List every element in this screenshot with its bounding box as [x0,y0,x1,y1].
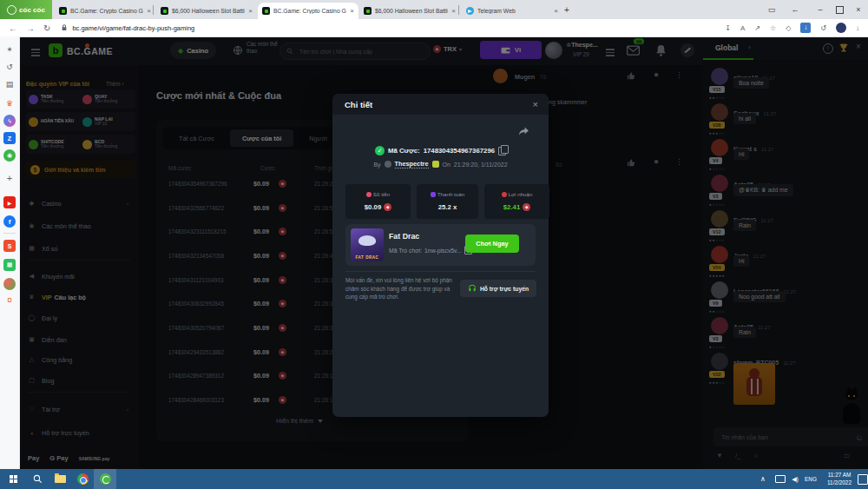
downloads-tray-icon[interactable]: ↓ [856,24,859,32]
download-manager-icon[interactable]: ↓ [800,23,811,33]
game-id-value: 1nw-piscv5v... [424,248,462,254]
bettor-username[interactable]: Thespectre [395,160,429,169]
live-support-button[interactable]: Hỗ trợ trực tuyến [460,280,536,297]
stat-amount: Số tiền $0.09 [345,184,411,219]
share-icon[interactable] [518,127,529,137]
tab-close-icon[interactable]: × [147,7,151,15]
back-icon[interactable]: ← [9,23,17,33]
youtube-icon[interactable]: ▶ [3,196,16,208]
mini-avatar [385,161,391,168]
browser-tab-bar: cốc cốc BC.Game: Crypto Casino Gan × $6,… [0,0,868,19]
coccoc-brand[interactable]: cốc cốc [0,0,52,19]
coccoc-taskbar-icon[interactable] [94,469,116,489]
tab-separator [153,5,154,15]
modal-title: Chi tiết [345,100,372,109]
browser-tab[interactable]: $6,000 Halloween Slot Battle × [359,3,460,19]
bcgame-favicon [262,7,270,15]
reader-mode-icon[interactable]: ▭ [762,0,781,19]
tab-close-icon[interactable]: × [350,7,354,15]
zalo-icon[interactable]: Z [3,132,16,144]
bet-details-modal: Chi tiết × ✓ Mã Cược: 174830435496736729… [332,94,549,417]
coccoc-brand-label: cốc cốc [19,6,45,14]
bet-by-line: By Thespectre On 21:29:20, 1/11/2022 [332,160,549,169]
bookmark-star-icon[interactable]: ☆ [770,24,776,32]
ball-icon[interactable] [3,278,16,290]
url-box[interactable]: bc.game/vi/game/fat-drac-by-push-gaming [61,24,194,32]
sync-icon[interactable]: ↺ [820,24,826,32]
modal-close-icon[interactable]: × [533,99,538,109]
start-button[interactable] [0,469,26,489]
tab-title: $6,000 Halloween Slot Battle [172,8,245,14]
bcgame-favicon [59,7,67,15]
new-tab-button[interactable]: + [560,0,574,19]
shopee-icon[interactable]: S [3,240,16,252]
forward-icon[interactable]: → [26,23,35,33]
games-icon[interactable]: ◉ [3,149,16,162]
by-label: By [373,162,380,168]
game-thumbnail[interactable]: FAT DRAC [351,228,384,261]
window-maximize-button[interactable] [830,0,849,19]
lock-icon [61,24,68,31]
on-label: On [443,162,450,168]
browser-tab[interactable]: Telegram Web × [462,3,562,19]
taskbar-search-icon[interactable] [26,469,49,489]
stat-profit: Lợi nhuận $2.41 [484,184,549,219]
history-icon[interactable]: ↺ [3,61,16,73]
browser-tab[interactable]: BC.Game: Crypto Casino Gan × [55,3,155,19]
tab-title: $6,000 Halloween Slot Battle [375,8,448,14]
file-explorer-icon[interactable] [49,469,71,489]
browser-tab-active[interactable]: BC.Game: Crypto Casino Gan × [258,3,358,19]
recent-tabs-icon[interactable]: ← [786,0,805,19]
messenger-icon[interactable]: ϟ [3,115,16,127]
game-card: FAT DRAC Fat Drac Mã Trò chơi: 1nw-piscv… [345,224,536,266]
money-bag-icon [502,192,507,197]
volume-icon[interactable]: ◀) [788,469,802,489]
window-close-button[interactable]: × [849,0,868,19]
bet-id-label: Mã Cược: [388,147,420,155]
tab-close-icon[interactable]: × [248,7,253,15]
add-shortcut-icon[interactable]: + [3,172,16,184]
bcgame-favicon [364,7,372,15]
clock-date: 11/2/2022 [827,479,852,486]
browser-side-strip: ✶ ↺ ▤ ♛ ϟ Z ◉ + ▶ f S ▦ ¤ [0,36,20,469]
chrome-taskbar-icon[interactable] [71,469,94,489]
hot-trends-icon[interactable]: ♛ [3,97,16,109]
share-page-icon[interactable]: ↗ [754,24,760,32]
copy-icon[interactable] [498,147,506,155]
adblock-shield-icon[interactable]: ◇ [786,24,791,32]
url-text[interactable]: bc.game/vi/game/fat-drac-by-push-gaming [72,24,194,32]
browser-address-bar: ← → ↻ bc.game/vi/game/fat-drac-by-push-g… [0,19,868,37]
translate-icon[interactable]: A [740,24,745,32]
modal-header: Chi tiết × [332,94,549,115]
gift-icon[interactable]: ▦ [3,259,16,271]
settings-gear-icon[interactable]: ✶ [3,43,16,56]
tab-title: BC.Game: Crypto Casino Gan [273,8,346,14]
play-now-button[interactable]: Chơi Ngay [465,235,519,253]
game-id-label: Mã Trò chơi: [389,248,422,254]
browser-tab[interactable]: $6,000 Halloween Slot Battle × [156,3,257,19]
network-icon[interactable] [773,469,788,489]
windows-taskbar: ∧ ◀) ENG 11:27 AM11/2/2022 [0,469,868,489]
coins-icon [366,192,372,197]
modal-divider [345,271,536,272]
save-page-icon[interactable]: ↧ [725,24,731,32]
trx-coin-icon [384,203,391,211]
reading-list-icon[interactable]: ▤ [3,78,16,90]
telegram-favicon [466,7,474,15]
headset-icon [468,284,477,293]
taskbar-clock[interactable]: 11:27 AM11/2/2022 [821,469,858,489]
tab-close-icon[interactable]: × [554,7,558,15]
bet-id-value: 1748304354967367296 [424,147,495,155]
reload-icon[interactable]: ↻ [43,23,50,33]
facebook-icon[interactable]: f [3,215,16,228]
taskbar-chevron-up[interactable]: ∧ [755,469,771,489]
window-minimize-button[interactable]: – [811,0,830,19]
browser-profile-avatar[interactable] [836,23,846,33]
action-center-icon[interactable] [858,469,868,489]
screen: cốc cốc BC.Game: Crypto Casino Gan × $6,… [0,0,868,489]
tab-close-icon[interactable]: × [451,7,456,15]
language-indicator[interactable]: ENG [802,469,819,489]
cart-icon[interactable]: ¤ [3,294,16,306]
tab-title: Telegram Web [477,8,550,14]
bcgame-page: b BC.GAME ◆ Casino Các môn thể thao TRX … [19,36,868,469]
